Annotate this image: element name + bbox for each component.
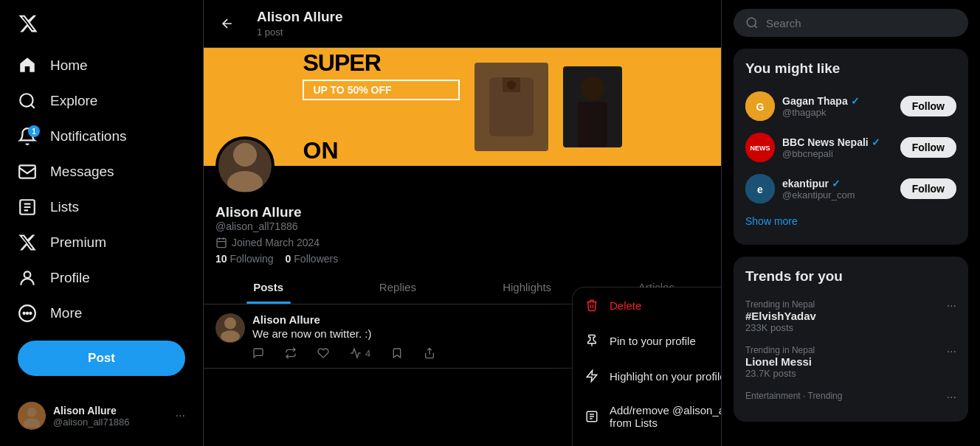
svg-point-16 bbox=[227, 171, 263, 192]
sidebar-item-messages-label: Messages bbox=[50, 164, 114, 180]
share-icon bbox=[424, 347, 435, 359]
more-circle-icon bbox=[18, 304, 37, 323]
analytics-count: 4 bbox=[365, 348, 370, 359]
search-input[interactable] bbox=[766, 17, 956, 29]
bbc-verified-badge: ✓ bbox=[872, 136, 880, 148]
reply-icon bbox=[252, 347, 264, 359]
svg-point-5 bbox=[27, 313, 28, 314]
x-logo[interactable] bbox=[9, 6, 194, 44]
svg-point-0 bbox=[20, 94, 32, 106]
sidebar-item-home[interactable]: Home bbox=[9, 49, 194, 83]
post-button[interactable]: Post bbox=[18, 341, 185, 376]
follow-ekantipur-button[interactable]: Follow bbox=[900, 178, 956, 199]
user-menu-dots: ··· bbox=[176, 409, 185, 422]
menu-item-highlight[interactable]: Highlight on your profile bbox=[573, 358, 722, 394]
sidebar-item-premium[interactable]: Premium bbox=[9, 226, 194, 259]
trend-elvish-info: Trending in Nepal #ElvishYadav 233K post… bbox=[745, 299, 816, 333]
trend-elvish-posts: 233K posts bbox=[745, 322, 816, 333]
menu-item-highlight-label: Highlight on your profile bbox=[610, 370, 722, 383]
menu-item-lists[interactable]: Add/remove @alison_all71886 from Lists bbox=[573, 394, 722, 439]
trend-messi-name[interactable]: Lionel Messi bbox=[745, 355, 815, 368]
you-might-like-section: You might like G Gagan Thapa ✓ @thagapk … bbox=[734, 49, 968, 245]
sidebar-item-notifications-label: Notifications bbox=[50, 128, 127, 144]
trend-elvish-name[interactable]: #ElvishYadav bbox=[745, 310, 816, 322]
svg-text:e: e bbox=[757, 184, 763, 195]
post-avatar bbox=[215, 313, 245, 343]
follow-bbc-button[interactable]: Follow bbox=[900, 137, 956, 158]
ekantipur-info: ekantipur ✓ @ekantipur_com bbox=[782, 178, 893, 201]
svg-point-12 bbox=[507, 80, 516, 89]
followers-count[interactable]: 0 Followers bbox=[286, 253, 339, 265]
lists-icon bbox=[584, 409, 599, 424]
svg-point-30 bbox=[747, 18, 756, 27]
menu-item-pin-label: Pin to your profile bbox=[610, 335, 696, 347]
following-count[interactable]: 10 Following bbox=[215, 253, 274, 265]
menu-item-pin[interactable]: Pin to your profile bbox=[573, 323, 722, 358]
sidebar-item-explore-label: Explore bbox=[50, 93, 97, 109]
retweet-action[interactable] bbox=[285, 347, 297, 359]
back-button[interactable] bbox=[215, 12, 239, 35]
mail-icon bbox=[18, 162, 37, 181]
notification-count: 1 bbox=[28, 125, 40, 137]
svg-point-15 bbox=[233, 143, 257, 167]
gagan-info: Gagan Thapa ✓ @thagapk bbox=[782, 95, 893, 118]
bbc-info: BBC News Nepali ✓ @bbcnepali bbox=[782, 136, 893, 159]
sidebar-item-lists-label: Lists bbox=[50, 199, 79, 215]
ekantipur-avatar: e bbox=[745, 174, 775, 203]
profile-header-post-count: 1 post bbox=[257, 27, 283, 38]
sidebar-item-explore[interactable]: Explore bbox=[9, 84, 194, 118]
avatar bbox=[18, 402, 46, 430]
trend-entertainment-header: Entertainment · Trending ··· bbox=[745, 391, 956, 404]
trends-section: Trends for you Trending in Nepal #Elvish… bbox=[734, 257, 968, 422]
trend-messi-dots[interactable]: ··· bbox=[947, 345, 956, 358]
user-profile-menu[interactable]: Alison Allure @alison_all71886 ··· bbox=[9, 394, 194, 437]
trends-title: Trends for you bbox=[745, 268, 956, 285]
sidebar-item-profile[interactable]: Profile bbox=[9, 261, 194, 295]
follow-gagan-button[interactable]: Follow bbox=[900, 96, 956, 116]
explore-icon bbox=[18, 91, 37, 111]
show-more-link[interactable]: Show more bbox=[745, 209, 956, 233]
search-bar[interactable] bbox=[734, 9, 968, 37]
svg-point-13 bbox=[581, 77, 604, 100]
trend-entertainment-dots[interactable]: ··· bbox=[947, 391, 956, 404]
trash-icon bbox=[584, 298, 599, 313]
gagan-avatar: G bbox=[745, 91, 775, 121]
sidebar-item-lists[interactable]: Lists bbox=[9, 190, 194, 224]
gagan-handle: @thagapk bbox=[782, 107, 893, 118]
menu-item-delete[interactable]: Delete bbox=[573, 288, 722, 323]
cover-discounts: DISCOUNTS bbox=[303, 103, 459, 134]
sidebar-item-more[interactable]: More bbox=[9, 296, 194, 330]
trend-messi-category: Trending in Nepal bbox=[745, 345, 815, 355]
sidebar-item-profile-label: Profile bbox=[50, 270, 90, 286]
heart-icon bbox=[317, 347, 329, 359]
trend-elvish: Trending in Nepal #ElvishYadav 233K post… bbox=[745, 293, 956, 339]
sidebar-item-notifications[interactable]: 1 Notifications bbox=[9, 119, 194, 153]
highlight-icon bbox=[584, 369, 599, 383]
profile-header-name: Alison Allure bbox=[257, 9, 342, 25]
bookmark-action[interactable] bbox=[391, 347, 403, 359]
reply-action[interactable] bbox=[252, 347, 264, 359]
main-content: Alison Allure 1 post SUPER UP TO 50% OFF… bbox=[203, 0, 722, 446]
like-action[interactable] bbox=[317, 347, 329, 359]
bell-icon: 1 bbox=[18, 127, 37, 146]
analytics-action[interactable]: 4 bbox=[350, 347, 370, 359]
svg-text:NEWS: NEWS bbox=[750, 144, 770, 152]
profile-stats: 10 Following 0 Followers bbox=[215, 253, 709, 265]
svg-point-3 bbox=[24, 271, 31, 278]
sidebar-item-messages[interactable]: Messages bbox=[9, 155, 194, 189]
menu-item-lists-label: Add/remove @alison_all71886 from Lists bbox=[610, 404, 722, 429]
bbc-handle: @bbcnepali bbox=[782, 148, 893, 159]
share-action[interactable] bbox=[424, 347, 435, 359]
tab-posts[interactable]: Posts bbox=[204, 271, 333, 304]
profile-handle: @alison_all71886 bbox=[215, 220, 709, 232]
menu-item-reply-restriction[interactable]: Change who can reply bbox=[573, 439, 722, 446]
trend-messi-header: Trending in Nepal Lionel Messi 23.7K pos… bbox=[745, 345, 956, 379]
bbc-avatar: NEWS bbox=[745, 133, 775, 162]
cover-person-image bbox=[563, 66, 622, 147]
trend-elvish-dots[interactable]: ··· bbox=[947, 299, 956, 313]
trend-entertainment: Entertainment · Trending ··· bbox=[745, 385, 956, 410]
verified-badge: ✓ bbox=[851, 95, 860, 107]
tab-replies[interactable]: Replies bbox=[333, 271, 462, 304]
profile-avatar bbox=[215, 136, 275, 195]
trend-messi-info: Trending in Nepal Lionel Messi 23.7K pos… bbox=[745, 345, 815, 379]
